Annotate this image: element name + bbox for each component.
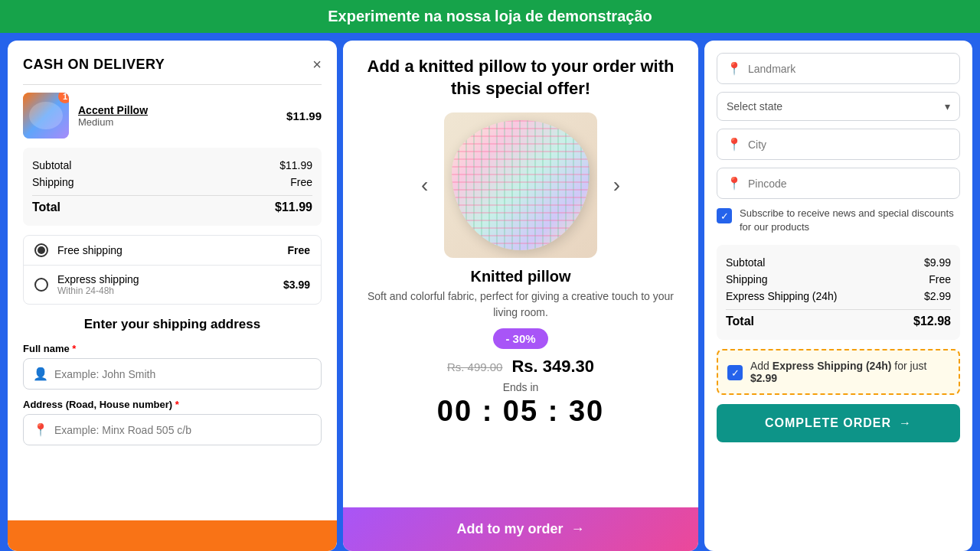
full-name-input-wrap[interactable]: 👤 — [23, 358, 322, 390]
address-section-title: Enter your shipping address — [23, 317, 322, 332]
svg-point-1 — [29, 102, 63, 129]
r-total-row: Total $12.98 — [726, 309, 951, 331]
person-icon: 👤 — [33, 367, 48, 381]
landmark-icon: 📍 — [727, 61, 742, 76]
address-input[interactable] — [54, 424, 312, 436]
add-to-order-button[interactable]: Add to my order → — [343, 507, 698, 551]
product-image — [444, 112, 597, 258]
express-shipping-option[interactable]: Express shipping Within 24-48h $3.99 — [24, 266, 321, 304]
total-value: $11.99 — [275, 201, 312, 214]
total-label: Total — [32, 201, 60, 214]
r-shipping-label: Shipping — [726, 273, 768, 285]
product-name: Knitted pillow — [470, 268, 570, 285]
full-name-group: Full name * 👤 — [23, 343, 322, 390]
product-image-area: ‹ › — [436, 109, 605, 262]
discount-badge: - 30% — [493, 328, 547, 349]
full-name-input[interactable] — [54, 368, 312, 380]
subscribe-text: Subscribe to receive news and special di… — [740, 207, 960, 234]
r-express-value: $2.99 — [924, 290, 951, 302]
subtotal-label: Subtotal — [32, 159, 71, 171]
add-order-arrow: → — [571, 521, 585, 537]
divider — [23, 84, 322, 85]
express-bold-text: Express Shipping (24h) — [773, 360, 892, 372]
original-price: Rs. 499.00 — [447, 360, 503, 373]
add-order-label: Add to my order — [456, 521, 563, 537]
r-subtotal-row: Subtotal $9.99 — [726, 254, 951, 271]
r-shipping-value: Free — [929, 273, 951, 285]
city-icon: 📍 — [727, 137, 742, 152]
cart-item: 1 Accent Pillow Medium $11.99 — [23, 93, 322, 139]
total-row: Total $11.99 — [32, 195, 312, 217]
address-label: Address (Road, House number) * — [23, 399, 322, 410]
next-image-button[interactable]: › — [613, 173, 620, 197]
free-shipping-radio[interactable] — [34, 243, 48, 257]
landmark-input-wrap[interactable]: 📍 — [717, 53, 960, 84]
complete-order-arrow: → — [899, 416, 912, 430]
totals-table: Subtotal $11.99 Shipping Free Total $11.… — [23, 148, 322, 226]
express-shipping-price: $3.99 — [283, 279, 310, 291]
full-name-label: Full name * — [23, 343, 322, 354]
express-price-text: $2.99 — [750, 372, 777, 384]
location-icon: 📍 — [33, 422, 48, 437]
r-express-row: Express Shipping (24h) $2.99 — [726, 288, 951, 305]
pincode-input[interactable] — [748, 178, 950, 190]
promo-panel: Add a knitted pillow to your order with … — [343, 41, 698, 551]
free-shipping-option[interactable]: Free shipping Free — [24, 236, 321, 266]
address-group: Address (Road, House number) * 📍 — [23, 399, 322, 445]
orange-decoration — [8, 520, 337, 551]
express-upsell-checkbox[interactable]: ✓ — [727, 365, 743, 380]
subtotal-row: Subtotal $11.99 — [32, 157, 312, 174]
cart-item-name: Accent Pillow — [78, 104, 277, 116]
subscribe-checkbox[interactable]: ✓ — [717, 208, 732, 223]
r-total-label: Total — [726, 315, 754, 328]
r-shipping-row: Shipping Free — [726, 271, 951, 288]
product-desc: Soft and colorful fabric, perfect for gi… — [358, 289, 683, 321]
shipping-value: Free — [290, 176, 312, 188]
prev-image-button[interactable]: ‹ — [421, 173, 428, 197]
sale-price: Rs. 349.30 — [511, 357, 594, 377]
express-upsell-text: Add Express Shipping (24h) for just $2.9… — [750, 360, 949, 384]
r-subtotal-value: $9.99 — [924, 256, 951, 269]
cash-on-delivery-panel: CASH ON DELIVERY × 1 — [8, 41, 337, 551]
express-shipping-label: Express shipping — [57, 273, 139, 285]
demo-banner: Experimente na nossa loja de demonstraçã… — [0, 0, 980, 33]
close-button[interactable]: × — [312, 56, 322, 73]
pillow-pattern — [452, 120, 590, 250]
r-express-label: Express Shipping (24h) — [726, 290, 838, 302]
cart-item-info: Accent Pillow Medium — [78, 104, 277, 128]
complete-order-label: COMPLETE ORDER — [765, 416, 891, 430]
pincode-input-wrap[interactable]: 📍 — [717, 168, 960, 199]
city-input-wrap[interactable]: 📍 — [717, 129, 960, 160]
state-select[interactable]: Select state ▾ — [717, 92, 960, 121]
subtotal-value: $11.99 — [279, 159, 312, 171]
shipping-details-panel: 📍 Select state ▾ 📍 📍 ✓ Subscribe to rece… — [704, 41, 972, 551]
shipping-label: Shipping — [32, 176, 74, 188]
r-total-value: $12.98 — [913, 315, 951, 328]
promo-heading: Add a knitted pillow to your order with … — [358, 56, 683, 99]
free-shipping-label: Free shipping — [57, 244, 122, 256]
r-subtotal-label: Subtotal — [726, 256, 765, 269]
express-shipping-sublabel: Within 24-48h — [57, 285, 274, 296]
panel-title: CASH ON DELIVERY — [23, 57, 165, 73]
shipping-row: Shipping Free — [32, 174, 312, 191]
countdown-timer: 00 : 05 : 30 — [437, 395, 604, 428]
pincode-icon: 📍 — [727, 176, 742, 191]
express-shipping-radio[interactable] — [34, 278, 48, 292]
landmark-input[interactable] — [748, 63, 950, 75]
cart-item-price: $11.99 — [286, 109, 322, 122]
city-input[interactable] — [748, 139, 950, 151]
address-input-wrap[interactable]: 📍 — [23, 414, 322, 445]
chevron-down-icon: ▾ — [945, 100, 950, 112]
express-upsell-box[interactable]: ✓ Add Express Shipping (24h) for just $2… — [717, 349, 960, 395]
price-row: Rs. 499.00 Rs. 349.30 — [447, 357, 594, 377]
shipping-options: Free shipping Free Express shipping With… — [23, 235, 322, 305]
complete-order-button[interactable]: COMPLETE ORDER → — [717, 404, 960, 442]
cart-item-image: 1 — [23, 93, 69, 139]
right-totals: Subtotal $9.99 Shipping Free Express Shi… — [717, 245, 960, 340]
state-label: Select state — [727, 100, 782, 112]
cart-item-size: Medium — [78, 116, 277, 128]
ends-in-label: Ends in — [503, 381, 539, 393]
free-shipping-price: Free — [287, 244, 310, 256]
subscribe-row[interactable]: ✓ Subscribe to receive news and special … — [717, 207, 960, 234]
